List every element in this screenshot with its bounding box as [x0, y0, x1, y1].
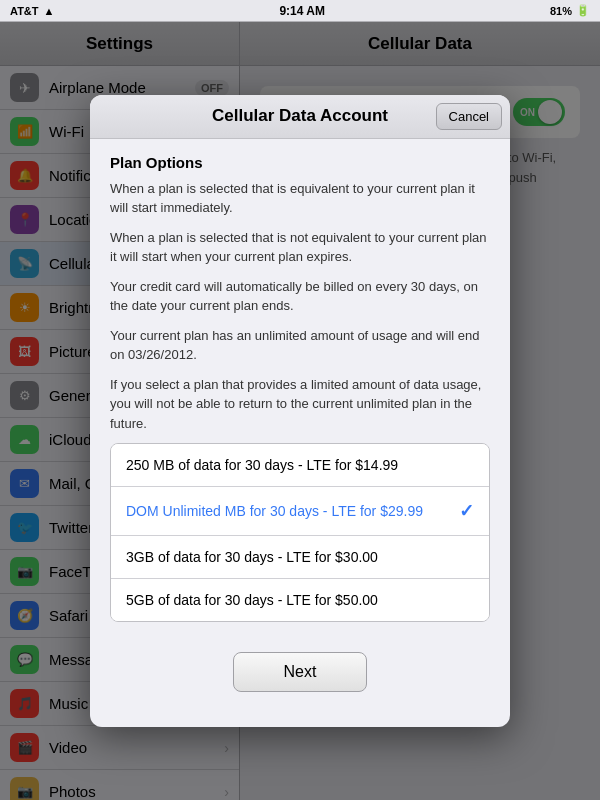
plan-options-title: Plan Options [110, 154, 490, 171]
modal-title: Cellular Data Account [212, 106, 388, 126]
carrier-label: AT&T [10, 5, 39, 17]
plan-item-unlimited[interactable]: DOM Unlimited MB for 30 days - LTE for $… [111, 487, 489, 536]
plan-label-5gb: 5GB of data for 30 days - LTE for $50.00 [126, 592, 378, 608]
wifi-icon: ▲ [44, 5, 55, 17]
status-time: 9:14 AM [279, 4, 325, 18]
cellular-data-modal: Cellular Data Account Cancel Plan Option… [90, 95, 510, 728]
modal-cancel-button[interactable]: Cancel [436, 103, 502, 130]
battery-icon: 🔋 [576, 4, 590, 17]
plan-item-3gb[interactable]: 3GB of data for 30 days - LTE for $30.00 [111, 536, 489, 579]
plan-label-250mb: 250 MB of data for 30 days - LTE for $14… [126, 457, 398, 473]
plan-list: 250 MB of data for 30 days - LTE for $14… [110, 443, 490, 622]
modal-footer: Next [110, 642, 490, 712]
plan-options-text-2: Your credit card will automatically be b… [110, 277, 490, 316]
plan-item-250mb[interactable]: 250 MB of data for 30 days - LTE for $14… [111, 444, 489, 487]
app-container: Settings ✈ Airplane Mode OFF 📶 Wi-Fi SHR… [0, 22, 600, 800]
plan-options-text-4: If you select a plan that provides a lim… [110, 375, 490, 434]
plan-item-5gb[interactable]: 5GB of data for 30 days - LTE for $50.00 [111, 579, 489, 621]
status-left: AT&T ▲ [10, 5, 54, 17]
status-bar: AT&T ▲ 9:14 AM 81% 🔋 [0, 0, 600, 22]
modal-overlay: Cellular Data Account Cancel Plan Option… [0, 22, 600, 800]
modal-header: Cellular Data Account Cancel [90, 95, 510, 139]
plan-label-3gb: 3GB of data for 30 days - LTE for $30.00 [126, 549, 378, 565]
modal-body: Plan Options When a plan is selected tha… [90, 139, 510, 728]
next-button[interactable]: Next [233, 652, 368, 692]
plan-options-text-3: Your current plan has an unlimited amoun… [110, 326, 490, 365]
battery-label: 81% [550, 5, 572, 17]
plan-checkmark-unlimited: ✓ [459, 500, 474, 522]
plan-options-text-0: When a plan is selected that is equivale… [110, 179, 490, 218]
plan-options-text-1: When a plan is selected that is not equi… [110, 228, 490, 267]
status-right: 81% 🔋 [550, 4, 590, 17]
plan-label-unlimited: DOM Unlimited MB for 30 days - LTE for $… [126, 503, 423, 519]
